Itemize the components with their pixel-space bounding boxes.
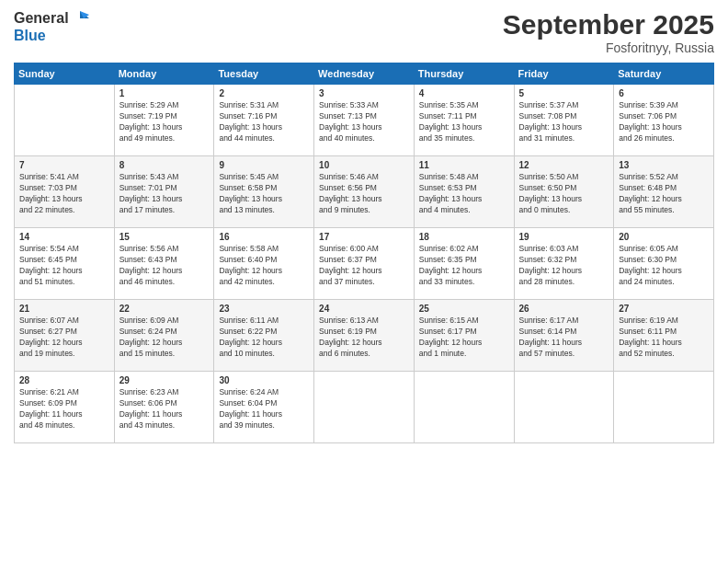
day-number: 5 bbox=[519, 88, 609, 98]
day-number: 30 bbox=[219, 375, 309, 385]
logo: General Blue bbox=[14, 9, 89, 44]
day-info: Sunrise: 6:11 AMSunset: 6:22 PMDaylight:… bbox=[219, 316, 309, 360]
day-info: Sunrise: 6:02 AMSunset: 6:35 PMDaylight:… bbox=[419, 244, 509, 288]
day-info: Sunrise: 5:31 AMSunset: 7:16 PMDaylight:… bbox=[219, 100, 309, 144]
calendar-page: General Blue September 2025 Fosforitnyy,… bbox=[0, 0, 728, 563]
col-sunday: Sunday bbox=[15, 63, 115, 85]
calendar-cell: 23Sunrise: 6:11 AMSunset: 6:22 PMDayligh… bbox=[214, 300, 314, 372]
title-block: September 2025 Fosforitnyy, Russia bbox=[503, 9, 714, 55]
calendar-cell: 17Sunrise: 6:00 AMSunset: 6:37 PMDayligh… bbox=[314, 228, 415, 300]
logo-bird-icon bbox=[71, 9, 89, 28]
day-info: Sunrise: 6:07 AMSunset: 6:27 PMDaylight:… bbox=[19, 316, 109, 360]
day-number: 8 bbox=[119, 160, 210, 170]
day-info: Sunrise: 6:23 AMSunset: 6:06 PMDaylight:… bbox=[119, 387, 210, 431]
col-saturday: Saturday bbox=[614, 63, 714, 85]
day-info: Sunrise: 6:09 AMSunset: 6:24 PMDaylight:… bbox=[119, 316, 210, 360]
col-monday: Monday bbox=[114, 63, 214, 85]
day-info: Sunrise: 5:33 AMSunset: 7:13 PMDaylight:… bbox=[319, 100, 409, 144]
col-thursday: Thursday bbox=[414, 63, 514, 85]
calendar-table: Sunday Monday Tuesday Wednesday Thursday… bbox=[14, 63, 714, 443]
col-wednesday: Wednesday bbox=[314, 63, 415, 85]
day-number: 1 bbox=[119, 88, 210, 98]
day-info: Sunrise: 6:03 AMSunset: 6:32 PMDaylight:… bbox=[519, 244, 609, 288]
calendar-cell: 12Sunrise: 5:50 AMSunset: 6:50 PMDayligh… bbox=[514, 156, 614, 228]
day-info: Sunrise: 5:41 AMSunset: 7:03 PMDaylight:… bbox=[19, 172, 109, 216]
day-number: 24 bbox=[319, 304, 409, 314]
calendar-cell bbox=[614, 372, 714, 443]
logo-container: General Blue bbox=[14, 9, 89, 44]
day-number: 6 bbox=[619, 88, 709, 98]
calendar-cell: 1Sunrise: 5:29 AMSunset: 7:19 PMDaylight… bbox=[114, 85, 214, 156]
day-number: 12 bbox=[519, 160, 609, 170]
day-number: 10 bbox=[319, 160, 409, 170]
day-info: Sunrise: 5:50 AMSunset: 6:50 PMDaylight:… bbox=[519, 172, 609, 216]
calendar-cell bbox=[414, 372, 514, 443]
calendar-cell: 28Sunrise: 6:21 AMSunset: 6:09 PMDayligh… bbox=[15, 372, 115, 443]
day-number: 19 bbox=[519, 232, 609, 242]
calendar-cell: 13Sunrise: 5:52 AMSunset: 6:48 PMDayligh… bbox=[614, 156, 714, 228]
calendar-cell: 9Sunrise: 5:45 AMSunset: 6:58 PMDaylight… bbox=[214, 156, 314, 228]
calendar-cell: 2Sunrise: 5:31 AMSunset: 7:16 PMDaylight… bbox=[214, 85, 314, 156]
day-info: Sunrise: 5:43 AMSunset: 7:01 PMDaylight:… bbox=[119, 172, 210, 216]
table-row: 14Sunrise: 5:54 AMSunset: 6:45 PMDayligh… bbox=[15, 228, 714, 300]
day-number: 27 bbox=[619, 304, 709, 314]
calendar-cell: 10Sunrise: 5:46 AMSunset: 6:56 PMDayligh… bbox=[314, 156, 415, 228]
calendar-cell: 21Sunrise: 6:07 AMSunset: 6:27 PMDayligh… bbox=[15, 300, 115, 372]
calendar-cell: 5Sunrise: 5:37 AMSunset: 7:08 PMDaylight… bbox=[514, 85, 614, 156]
col-friday: Friday bbox=[514, 63, 614, 85]
calendar-cell bbox=[15, 85, 115, 156]
calendar-cell: 15Sunrise: 5:56 AMSunset: 6:43 PMDayligh… bbox=[114, 228, 214, 300]
table-row: 7Sunrise: 5:41 AMSunset: 7:03 PMDaylight… bbox=[15, 156, 714, 228]
day-info: Sunrise: 5:39 AMSunset: 7:06 PMDaylight:… bbox=[619, 100, 709, 144]
day-number: 14 bbox=[19, 232, 109, 242]
calendar-cell: 27Sunrise: 6:19 AMSunset: 6:11 PMDayligh… bbox=[614, 300, 714, 372]
day-number: 29 bbox=[119, 375, 210, 385]
calendar-cell: 24Sunrise: 6:13 AMSunset: 6:19 PMDayligh… bbox=[314, 300, 415, 372]
day-number: 11 bbox=[419, 160, 509, 170]
day-number: 22 bbox=[119, 304, 210, 314]
calendar-cell: 25Sunrise: 6:15 AMSunset: 6:17 PMDayligh… bbox=[414, 300, 514, 372]
day-number: 26 bbox=[519, 304, 609, 314]
logo-general-text: General bbox=[14, 10, 69, 27]
calendar-cell: 4Sunrise: 5:35 AMSunset: 7:11 PMDaylight… bbox=[414, 85, 514, 156]
day-info: Sunrise: 6:13 AMSunset: 6:19 PMDaylight:… bbox=[319, 316, 409, 360]
day-number: 17 bbox=[319, 232, 409, 242]
day-info: Sunrise: 6:19 AMSunset: 6:11 PMDaylight:… bbox=[619, 316, 709, 360]
day-info: Sunrise: 5:35 AMSunset: 7:11 PMDaylight:… bbox=[419, 100, 509, 144]
day-number: 2 bbox=[219, 88, 309, 98]
location: Fosforitnyy, Russia bbox=[503, 40, 714, 55]
calendar-cell bbox=[314, 372, 415, 443]
day-number: 16 bbox=[219, 232, 309, 242]
day-info: Sunrise: 6:15 AMSunset: 6:17 PMDaylight:… bbox=[419, 316, 509, 360]
day-number: 9 bbox=[219, 160, 309, 170]
day-number: 20 bbox=[619, 232, 709, 242]
day-info: Sunrise: 5:46 AMSunset: 6:56 PMDaylight:… bbox=[319, 172, 409, 216]
day-info: Sunrise: 6:21 AMSunset: 6:09 PMDaylight:… bbox=[19, 387, 109, 431]
table-row: 21Sunrise: 6:07 AMSunset: 6:27 PMDayligh… bbox=[15, 300, 714, 372]
day-info: Sunrise: 5:45 AMSunset: 6:58 PMDaylight:… bbox=[219, 172, 309, 216]
calendar-cell: 19Sunrise: 6:03 AMSunset: 6:32 PMDayligh… bbox=[514, 228, 614, 300]
day-number: 21 bbox=[19, 304, 109, 314]
header: General Blue September 2025 Fosforitnyy,… bbox=[14, 9, 714, 55]
calendar-cell: 29Sunrise: 6:23 AMSunset: 6:06 PMDayligh… bbox=[114, 372, 214, 443]
day-number: 28 bbox=[19, 375, 109, 385]
day-info: Sunrise: 5:54 AMSunset: 6:45 PMDaylight:… bbox=[19, 244, 109, 288]
table-row: 1Sunrise: 5:29 AMSunset: 7:19 PMDaylight… bbox=[15, 85, 714, 156]
logo-blue-text: Blue bbox=[14, 28, 46, 44]
day-number: 23 bbox=[219, 304, 309, 314]
day-info: Sunrise: 6:05 AMSunset: 6:30 PMDaylight:… bbox=[619, 244, 709, 288]
day-number: 4 bbox=[419, 88, 509, 98]
day-info: Sunrise: 5:29 AMSunset: 7:19 PMDaylight:… bbox=[119, 100, 210, 144]
day-number: 15 bbox=[119, 232, 210, 242]
calendar-cell: 8Sunrise: 5:43 AMSunset: 7:01 PMDaylight… bbox=[114, 156, 214, 228]
day-info: Sunrise: 5:58 AMSunset: 6:40 PMDaylight:… bbox=[219, 244, 309, 288]
header-row: Sunday Monday Tuesday Wednesday Thursday… bbox=[15, 63, 714, 85]
day-number: 13 bbox=[619, 160, 709, 170]
calendar-cell: 18Sunrise: 6:02 AMSunset: 6:35 PMDayligh… bbox=[414, 228, 514, 300]
day-number: 7 bbox=[19, 160, 109, 170]
day-info: Sunrise: 6:17 AMSunset: 6:14 PMDaylight:… bbox=[519, 316, 609, 360]
calendar-cell: 16Sunrise: 5:58 AMSunset: 6:40 PMDayligh… bbox=[214, 228, 314, 300]
calendar-cell: 14Sunrise: 5:54 AMSunset: 6:45 PMDayligh… bbox=[15, 228, 115, 300]
calendar-cell: 30Sunrise: 6:24 AMSunset: 6:04 PMDayligh… bbox=[214, 372, 314, 443]
calendar-cell: 11Sunrise: 5:48 AMSunset: 6:53 PMDayligh… bbox=[414, 156, 514, 228]
